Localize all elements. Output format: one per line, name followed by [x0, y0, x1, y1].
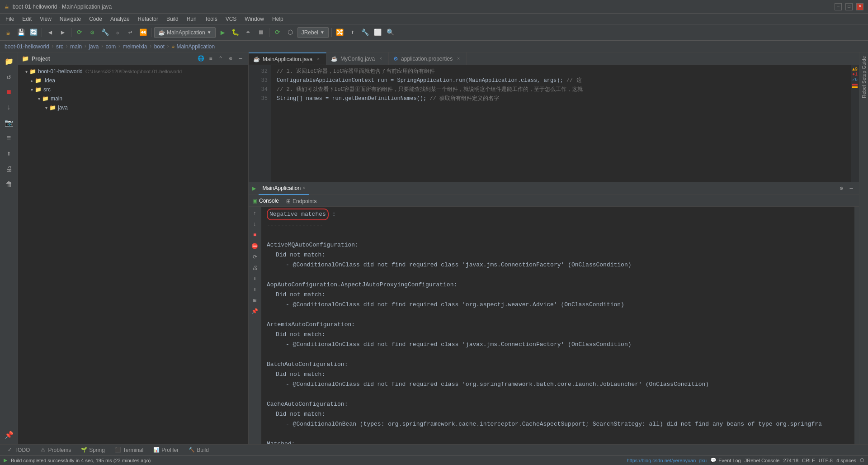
toolbar-build2[interactable]: 🔧: [99, 27, 110, 38]
minimize-button[interactable]: ─: [835, 3, 842, 10]
spring-tab[interactable]: 🌱 Spring: [76, 445, 109, 456]
status-url[interactable]: https://blog.csdn.net/yerenyuan_pku: [627, 458, 707, 463]
menu-file[interactable]: File: [2, 15, 18, 23]
menu-code[interactable]: Code: [85, 15, 106, 23]
tab-myconfig[interactable]: ☕ MyConfig.java ×: [326, 52, 389, 65]
run-settings-icon[interactable]: ⚙: [837, 185, 845, 193]
run-config-dropdown[interactable]: ☕ MainApplication ▼: [154, 27, 216, 38]
run-minimize-icon[interactable]: —: [847, 185, 855, 193]
toolbar-jrebel-btn[interactable]: ⬡: [285, 27, 296, 38]
toolbar-run-reload[interactable]: ⟳: [74, 27, 85, 38]
toolbar-coverage-btn[interactable]: ☂: [243, 27, 254, 38]
run-down-btn[interactable]: ↓: [250, 219, 260, 229]
toolbar-back[interactable]: ◀: [45, 27, 56, 38]
run-clear-btn[interactable]: ⛔: [250, 241, 260, 251]
toolbar-revert[interactable]: ↩: [125, 27, 136, 38]
status-jrebel-console[interactable]: JRebel Console: [745, 458, 780, 463]
toolbar-debug-btn[interactable]: 🐛: [230, 27, 241, 38]
menu-tools[interactable]: Tools: [201, 15, 221, 23]
tab-application-props[interactable]: ⚙ application.properties ×: [389, 52, 467, 65]
toolbar-vcs[interactable]: 🔀: [335, 27, 345, 38]
tree-item-main[interactable]: ▾ 📁 main: [18, 94, 248, 103]
run-diff-btn[interactable]: ⬆: [250, 274, 260, 284]
breadcrumb-sep5: ›: [118, 43, 121, 50]
code-area[interactable]: // 1. 返回IoC容器，IoC容器里面就包含了当前应用的所有组件 Confi…: [271, 65, 851, 182]
sidebar-camera-icon[interactable]: 📷: [2, 116, 16, 130]
sidebar-compare-icon[interactable]: ≡: [2, 131, 16, 146]
close-button[interactable]: ×: [856, 3, 863, 10]
menu-view[interactable]: View: [36, 15, 55, 23]
toolbar-jrebel-reload[interactable]: ⟳: [272, 27, 283, 38]
console-tabs: ▣ Console ⊞ Endpoints: [249, 195, 859, 207]
sidebar-diff-icon[interactable]: ⬆: [2, 147, 16, 161]
tree-item-root[interactable]: ▾ 📁 boot-01-helloworld C:\Users\32120\De…: [18, 67, 248, 76]
profiler-tab[interactable]: 📊 Profiler: [149, 445, 183, 456]
toolbar-wrench[interactable]: 🔧: [360, 27, 371, 38]
run-tab-main[interactable]: MainApplication ×: [259, 182, 309, 195]
menu-window[interactable]: Window: [241, 15, 268, 23]
toolbar-build3[interactable]: ⬦: [112, 27, 123, 38]
console-scrollbar[interactable]: [854, 207, 859, 444]
console-negative-matches: Negative matches :: [263, 209, 851, 220]
menu-navigate[interactable]: Navigate: [56, 15, 85, 23]
run-diff2-btn[interactable]: ⬇: [250, 285, 260, 294]
maximize-button[interactable]: □: [845, 3, 853, 10]
menu-analyze[interactable]: Analyze: [107, 15, 133, 23]
sidebar-delete-icon[interactable]: 🗑: [2, 177, 16, 192]
problems-tab[interactable]: ⚠ Problems: [35, 445, 75, 456]
endpoints-tab[interactable]: ⊞ Endpoints: [283, 195, 320, 208]
menu-run[interactable]: Run: [183, 15, 200, 23]
menu-help[interactable]: Help: [269, 15, 287, 23]
run-wrap-btn[interactable]: ⟳: [250, 252, 260, 262]
toolbar-run-btn[interactable]: ▶: [217, 27, 228, 38]
todo-tab[interactable]: ✓ TODO: [2, 445, 34, 456]
panel-icon-settings[interactable]: ⚙: [226, 55, 235, 63]
sidebar-down-icon[interactable]: ↓: [2, 100, 16, 115]
panel-icon-list[interactable]: ≡: [207, 55, 215, 63]
rebel-setup-guide-tab[interactable]: Rebel Setup Guide: [861, 52, 867, 102]
tab-close-props[interactable]: ×: [455, 56, 462, 62]
console-tab[interactable]: ▣ Console: [249, 195, 283, 208]
toolbar-search[interactable]: 🔍: [385, 27, 396, 38]
run-pin-btn[interactable]: 📌: [250, 306, 260, 316]
folder-icon-main: 📁: [42, 95, 49, 102]
menu-vcs[interactable]: VCS: [222, 15, 241, 23]
tree-item-java[interactable]: ▾ 📁 java: [18, 103, 248, 112]
build-tab[interactable]: 🔨 Build: [184, 445, 213, 456]
toolbar-stop-btn[interactable]: ⏹: [255, 27, 266, 38]
panel-icon-globe[interactable]: 🌐: [197, 55, 205, 63]
toolbar-build[interactable]: ⚙: [87, 27, 98, 38]
jrebel-dropdown[interactable]: JRebel ▼: [297, 27, 329, 38]
tab-close-myconfig[interactable]: ×: [377, 56, 384, 62]
status-event-log[interactable]: 💬 Event Log: [710, 457, 741, 463]
run-up-btn[interactable]: ↑: [250, 209, 260, 218]
sidebar-pin-icon[interactable]: 📌: [2, 428, 16, 442]
tab-main-application[interactable]: ☕ MainApplication.java ×: [249, 52, 326, 65]
toolbar-revert2[interactable]: ⏪: [137, 27, 148, 38]
menu-build[interactable]: Build: [163, 15, 182, 23]
tab-close-main[interactable]: ×: [315, 56, 321, 62]
toolbar-terminal[interactable]: ⬜: [373, 27, 383, 38]
toolbar-forward[interactable]: ▶: [57, 27, 68, 38]
terminal-tab[interactable]: ⬛ Terminal: [110, 445, 148, 456]
tree-item-src[interactable]: ▾ 📁 src: [18, 85, 248, 94]
run-stop-btn[interactable]: ■: [250, 230, 260, 240]
sidebar-print-icon[interactable]: 🖨: [2, 162, 16, 176]
toolbar-sync[interactable]: 🔄: [28, 27, 39, 38]
sidebar-project-icon[interactable]: 📁: [2, 54, 16, 69]
run-tree-btn[interactable]: ⊞: [250, 295, 260, 305]
status-crlf: CRLF: [802, 458, 815, 463]
panel-icon-minimize[interactable]: —: [236, 55, 245, 63]
menu-edit[interactable]: Edit: [19, 15, 35, 23]
toolbar-vcs2[interactable]: ⬆: [347, 27, 358, 38]
tree-item-idea[interactable]: ▸ 📁 .idea: [18, 76, 248, 85]
sidebar-reload-icon[interactable]: ↺: [2, 70, 16, 84]
toolbar-save[interactable]: 💾: [15, 27, 26, 38]
run-print-btn[interactable]: 🖨: [250, 263, 260, 273]
breadcrumb-com: com: [106, 43, 116, 50]
run-tab-close[interactable]: ×: [302, 185, 305, 190]
panel-icon-caret[interactable]: ⌃: [217, 55, 225, 63]
menu-refactor[interactable]: Refactor: [134, 15, 162, 23]
sidebar-bookmark-icon[interactable]: ■: [2, 85, 16, 100]
console-matched-label: Matched:: [263, 439, 851, 444]
